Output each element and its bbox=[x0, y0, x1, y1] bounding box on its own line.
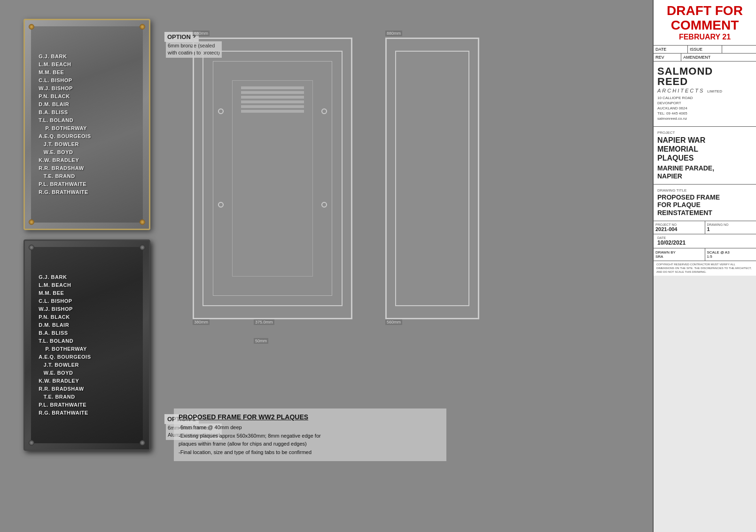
drawing-no-cell: DRAWING NO 1 bbox=[705, 221, 756, 234]
text-line-sim bbox=[241, 100, 304, 103]
scale-label: SCALE @ A3 bbox=[707, 250, 755, 254]
proposed-notes-block: PROPOSED FRAME FOR WW2 PLAQUES -6mm fram… bbox=[174, 409, 446, 461]
dt-line2: FOR PLAQUE bbox=[657, 201, 701, 208]
address-line2: DEVONPORT bbox=[657, 101, 681, 105]
note-1: -6mm frame @ 40mm deep bbox=[179, 424, 242, 430]
drawing-area: G.J. BARK L.M. BEACH M.M. BEE C.L. BISHO… bbox=[0, 0, 756, 532]
address-line3: AUCKLAND 0624 bbox=[657, 106, 687, 110]
note-2: -Existing plaques approx 560x360mm; 8mm … bbox=[179, 433, 321, 439]
drawing-no-label: DRAWING NO bbox=[707, 223, 755, 226]
screw-top-right bbox=[140, 24, 145, 30]
copyright-block: COPYRIGHT RESERVED CONTRACTOR MUST VERIF… bbox=[654, 261, 756, 276]
screw-top-left bbox=[29, 24, 34, 30]
screw-b-bottom-left bbox=[29, 440, 34, 446]
proposed-notes-title: PROPOSED FRAME FOR WW2 PLAQUES bbox=[179, 413, 442, 421]
text-line-sim bbox=[241, 96, 304, 99]
firm-line2: REED bbox=[657, 76, 688, 87]
dt-line3: REINSTATEMENT bbox=[657, 209, 712, 216]
dim-bottom-mid: 375.0mm bbox=[254, 319, 274, 325]
frame-right-inner bbox=[395, 51, 469, 306]
project-line3: PLAQUES bbox=[657, 154, 694, 162]
plaque-bottom-container: G.J. BARK L.M. BEACH M.M. BEE C.L. BISHO… bbox=[23, 239, 150, 451]
tl-col bbox=[722, 46, 756, 53]
dim-50mm: 50mm bbox=[254, 338, 268, 344]
firm-web: salmonreed.co.nz bbox=[657, 116, 687, 121]
project-title: NAPIER WAR MEMORIAL PLAQUES bbox=[657, 136, 752, 163]
plaque-top-outer: G.J. BARK L.M. BEACH M.M. BEE C.L. BISHO… bbox=[23, 19, 150, 230]
firm-phone: TEL: 09 445 4065 bbox=[657, 111, 687, 116]
frame-drawing-left bbox=[193, 38, 352, 319]
drawing-title-label: DRAWING TITLE bbox=[657, 188, 752, 193]
firm-sub-text: ARCHITECTS bbox=[657, 88, 704, 93]
dim-bottom-right: 560mm bbox=[385, 319, 402, 325]
drawn-by-label: DRAWN BY bbox=[655, 250, 703, 254]
screw-bottom-right bbox=[140, 219, 145, 225]
amendment-col: AMENDMENT bbox=[681, 54, 756, 61]
issue-col: ISSUE bbox=[688, 46, 722, 53]
address-line1: 10 CALLIOPE ROAD bbox=[657, 96, 693, 100]
plaque-names-bottom: G.J. BARK L.M. BEACH M.M. BEE C.L. BISHO… bbox=[39, 273, 135, 417]
dim-bottom-left: 380mm bbox=[193, 319, 210, 325]
location-line1: MARINE PARADE, bbox=[657, 164, 714, 172]
project-info-row: PROJECT NO 2021-004 DRAWING NO 1 bbox=[654, 221, 756, 234]
note-2b: plaques within frame (allow for chips an… bbox=[179, 441, 307, 447]
plaque-bottom-outer: G.J. BARK L.M. BEACH M.M. BEE C.L. BISHO… bbox=[23, 239, 150, 451]
frame-drawing-right bbox=[385, 38, 479, 319]
bolt-right-bottom bbox=[321, 202, 327, 208]
draft-comment-block: DRAFT FOR COMMENT FEBRUARY 21 bbox=[654, 0, 756, 46]
bolt-left-top bbox=[218, 108, 224, 114]
bolt-left-bottom bbox=[218, 202, 224, 208]
screw-b-top-right bbox=[140, 245, 145, 250]
dim-top-right: 880mm bbox=[385, 31, 402, 36]
plaque-bottom-inner: G.J. BARK L.M. BEACH M.M. BEE C.L. BISHO… bbox=[31, 247, 143, 443]
note-3: -Final location, size and type of fixing… bbox=[179, 449, 312, 455]
technical-drawings: 380mm 375.0mm 880mm 880mm 560mm 50mm bbox=[179, 38, 526, 394]
project-line2: MEMORIAL bbox=[657, 145, 698, 153]
dim-top-left: 880mm bbox=[193, 31, 210, 36]
bolt-right-top bbox=[321, 108, 327, 114]
plaque-text-sim bbox=[233, 81, 312, 118]
date-cell-label: DATE bbox=[657, 236, 752, 239]
text-line-sim bbox=[241, 86, 304, 89]
plaque-area-inner bbox=[232, 80, 313, 277]
firm-name: SALMOND REED bbox=[657, 66, 752, 87]
rev-col: REV bbox=[654, 54, 681, 61]
rev-row: REV AMENDMENT bbox=[654, 54, 756, 62]
frame-detail-inner bbox=[213, 61, 332, 296]
location-text: MARINE PARADE, NAPIER bbox=[657, 164, 752, 180]
plaque-top-container: G.J. BARK L.M. BEACH M.M. BEE C.L. BISHO… bbox=[23, 19, 150, 230]
drawn-scale-row: DRAWN BY SRA SCALE @ A3 1:5 bbox=[654, 248, 756, 261]
screw-bottom-left bbox=[29, 219, 34, 225]
project-line1: NAPIER WAR bbox=[657, 136, 705, 144]
draft-text: DRAFT FOR COMMENT bbox=[657, 4, 752, 33]
frame-detail-outer bbox=[203, 51, 343, 306]
text-line-sim bbox=[241, 91, 304, 94]
project-label: PROJECT bbox=[657, 131, 752, 135]
date-col: DATE bbox=[654, 46, 688, 53]
firm-sub: ARCHITECTS LIMITED bbox=[657, 88, 752, 93]
date-issue-row: DATE ISSUE bbox=[654, 46, 756, 54]
drawing-title-text: PROPOSED FRAME FOR PLAQUE REINSTATEMENT bbox=[657, 193, 752, 217]
scale-value: 1:5 bbox=[707, 254, 755, 259]
location-line2: NAPIER bbox=[657, 172, 682, 180]
draft-line2: COMMENT bbox=[671, 18, 739, 32]
dt-line1: PROPOSED FRAME bbox=[657, 193, 720, 201]
project-no-cell: PROJECT NO 2021-004 bbox=[654, 221, 705, 234]
drawn-by-value: SRA bbox=[655, 254, 703, 259]
copyright-text: COPYRIGHT RESERVED CONTRACTOR MUST VERIF… bbox=[656, 263, 753, 274]
text-line-sim bbox=[241, 110, 304, 113]
screw-b-bottom-right bbox=[140, 440, 145, 446]
drawing-no-value: 1 bbox=[707, 226, 755, 232]
firm-limited: LIMITED bbox=[707, 89, 722, 93]
drawn-by-cell: DRAWN BY SRA bbox=[654, 248, 705, 261]
plaque-names-top: G.J. BARK L.M. BEACH M.M. BEE C.L. BISHO… bbox=[39, 53, 135, 197]
firm-address: 10 CALLIOPE ROAD DEVONPORT AUCKLAND 0624… bbox=[657, 95, 752, 122]
text-line-sim bbox=[241, 105, 304, 108]
draft-date: FEBRUARY 21 bbox=[657, 33, 752, 41]
proposed-notes-content: -6mm frame @ 40mm deep -Existing plaques… bbox=[179, 424, 442, 456]
firm-logo-block: SALMOND REED ARCHITECTS LIMITED 10 CALLI… bbox=[654, 62, 756, 127]
drawing-title-block: DRAWING TITLE PROPOSED FRAME FOR PLAQUE … bbox=[654, 185, 756, 221]
scale-cell: SCALE @ A3 1:5 bbox=[705, 248, 756, 261]
screw-b-top-left bbox=[29, 245, 34, 250]
title-block: DRAFT FOR COMMENT FEBRUARY 21 DATE ISSUE… bbox=[653, 0, 756, 532]
